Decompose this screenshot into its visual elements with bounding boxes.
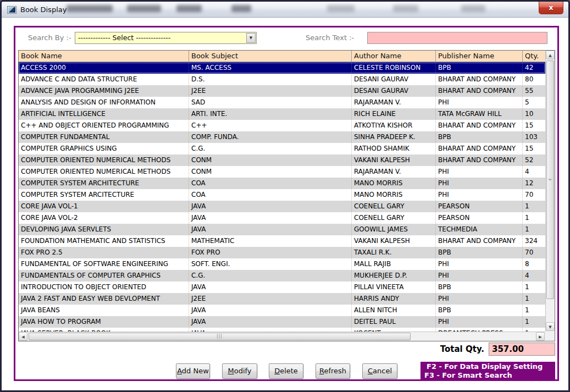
table-cell: RAJARAMAN V. (352, 166, 436, 178)
column-header-book-name[interactable]: Book Name (19, 51, 189, 62)
table-cell: DESANI GAURAV (352, 85, 436, 97)
table-cell: KOCENT (352, 328, 436, 332)
table-cell: JAVA (189, 316, 352, 328)
table-cell: BPB (436, 247, 523, 258)
table-cell: ALLEN NITCH (352, 305, 436, 316)
table-row[interactable]: INTRODUCTION TO OBJECT ORIENTEDJAVAPILLA… (19, 281, 545, 293)
table-cell: J2EE (189, 85, 352, 97)
table-cell: 80 (523, 74, 545, 85)
table-cell: 1 (523, 316, 545, 328)
table-cell: PHI (436, 97, 523, 108)
table-cell: 103 (523, 131, 545, 143)
horizontal-scroll-thumb[interactable]: ||| (29, 333, 411, 340)
grid-header-row: Book Name Book Subject Author Name Publi… (19, 51, 545, 62)
table-row[interactable]: JAVA 2 FAST AND EASY WEB DEVLOPMENTJ2EEH… (19, 293, 545, 305)
table-row[interactable]: ANALYSIS AND DESIGN OF INFORMATIONSADRAJ… (19, 97, 545, 108)
table-row[interactable]: FOUNDATION MATHEMATIC AND STATISTICSMATH… (19, 235, 545, 247)
horizontal-scrollbar[interactable]: ◀ ||| ▶ (19, 332, 545, 341)
table-row[interactable]: FOX PRO 2.5FOX PROTAXALI R.K.BPB70 (19, 247, 545, 258)
table-cell: FOX PRO (189, 247, 352, 258)
table-cell: MANO MORRIS (352, 178, 436, 189)
table-row[interactable]: COMPUTER SYSTEM ARCHITECTURECOAMANO MORR… (19, 178, 545, 189)
table-row[interactable]: FUNDAMENTAL OF SOFTWARE ENGINEERINGSOFT.… (19, 258, 545, 270)
table-cell: BPB (436, 131, 523, 143)
table-cell: PHI (436, 189, 523, 201)
table-cell: RATHOD SHAMIK (352, 143, 436, 154)
table-cell: PEARSON (436, 201, 523, 212)
add-new-button[interactable]: Add New (176, 363, 210, 379)
table-cell: 10 (523, 108, 545, 120)
search-by-select[interactable]: ------------- Select -------------- ▼ (75, 32, 257, 44)
table-row[interactable]: ADVANCE C AND DATA STRUCTURED.S.DESANI G… (19, 74, 545, 85)
table-cell: C++ AND OBJECT ORIENTED PROGRAMMING (19, 120, 189, 131)
table-cell: JAVA 2 FAST AND EASY WEB DEVLOPMENT (19, 293, 189, 305)
table-cell: BPB (436, 305, 523, 316)
table-cell: PHI (436, 270, 523, 281)
table-cell: HARRIS ANDY (352, 293, 436, 305)
close-button[interactable]: x (539, 2, 563, 14)
cancel-button[interactable]: Cancel (362, 363, 397, 379)
table-row[interactable]: COMPUTER GRAPHICS USINGC.G.RATHOD SHAMIK… (19, 143, 545, 154)
table-row[interactable]: JAVA SERVER, BLACK BOOKJAVAKOCENTDREAMTE… (19, 328, 545, 332)
column-header-book-subject[interactable]: Book Subject (189, 51, 352, 62)
table-cell: BHARAT AND COMPANY (436, 120, 523, 131)
table-cell: JAVA (189, 212, 352, 224)
vertical-scrollbar[interactable]: ▲ ≡ ▼ (545, 51, 555, 332)
table-cell: BHARAT AND COMPANY (436, 154, 523, 166)
table-row[interactable]: CORE JAVA VOL-1JAVACOENELL GARYPEARSON1 (19, 201, 545, 212)
table-cell: PHI (436, 293, 523, 305)
table-row[interactable]: FUNDAMENTALS OF COMPUTER GRAPHICSC.G.MUK… (19, 270, 545, 281)
search-text-input[interactable] (367, 32, 547, 44)
table-cell: COENELL GARY (352, 212, 436, 224)
shortcut-line-f3: F3 - For Smart Search (424, 371, 555, 380)
table-cell: 1 (523, 224, 545, 235)
table-cell: COA (189, 189, 352, 201)
table-cell: CONM (189, 154, 352, 166)
scrollbar-corner (545, 332, 555, 341)
chevron-down-icon[interactable]: ▼ (246, 33, 256, 43)
title-bar: Book Display x (2, 2, 568, 18)
table-row[interactable]: CORE JAVA VOL-2JAVACOENELL GARYPEARSON1 (19, 212, 545, 224)
table-cell: 70 (523, 247, 545, 258)
table-row[interactable]: ARTIFICIAL INTELLIGENCEARTI. INTE.RICH E… (19, 108, 545, 120)
table-cell: PILLAI VINEETA (352, 281, 436, 293)
column-header-author-name[interactable]: Author Name (352, 51, 436, 62)
modify-button[interactable]: Modify (222, 363, 257, 379)
table-row[interactable]: COMPUTER FUNDAMENTALCOMP. FUNDA.SINHA PR… (19, 131, 545, 143)
column-header-qty[interactable]: Qty. (523, 51, 545, 62)
scroll-down-icon[interactable]: ▼ (546, 322, 555, 331)
refresh-button[interactable]: Refresh (316, 363, 350, 379)
table-cell: MANO MORRIS (352, 189, 436, 201)
table-row[interactable]: COMPUTER SYSTEM ARCITECTURECOAMANO MORRI… (19, 189, 545, 201)
table-cell: MUKHERJEE D.P. (352, 270, 436, 281)
scroll-left-icon[interactable]: ◀ (19, 332, 27, 341)
table-cell: 15 (523, 143, 545, 154)
vertical-scroll-thumb[interactable]: ≡ (546, 60, 554, 299)
table-cell: SOFT. ENGI. (189, 258, 352, 270)
scroll-up-icon[interactable]: ▲ (546, 51, 555, 59)
table-cell: ARTI. INTE. (189, 108, 352, 120)
background-menu-blur (67, 5, 113, 12)
table-row[interactable]: COMPUTER ORIENTED NUMERICAL METHODSCONMR… (19, 166, 545, 178)
table-cell: JAVA (189, 281, 352, 293)
table-cell: MATHEMATIC (189, 235, 352, 247)
table-row[interactable]: C++ AND OBJECT ORIENTED PROGRAMMINGC++AT… (19, 120, 545, 131)
table-cell: ANALYSIS AND DESIGN OF INFORMATION (19, 97, 189, 108)
table-row[interactable]: ADVANCE JAVA PROGRAMMING J2EEJ2EEDESANI … (19, 85, 545, 97)
delete-button[interactable]: Delete (269, 363, 303, 379)
table-cell: 1 (523, 305, 545, 316)
table-row[interactable]: DEVLOPING JAVA SERVLETSJAVAGOOWILL JAMES… (19, 224, 545, 235)
table-cell: COMPUTER SYSTEM ARCHITECTURE (19, 178, 189, 189)
table-cell: FOUNDATION MATHEMATIC AND STATISTICS (19, 235, 189, 247)
column-header-publisher-name[interactable]: Publisher Name (436, 51, 523, 62)
table-row[interactable]: JAVA BEANSJAVAALLEN NITCHBPB1 (19, 305, 545, 316)
table-cell: DEVLOPING JAVA SERVLETS (19, 224, 189, 235)
table-cell: FUNDAMENTAL OF SOFTWARE ENGINEERING (19, 258, 189, 270)
table-cell: BPB (436, 281, 523, 293)
table-cell: PHI (436, 166, 523, 178)
table-cell: 8 (523, 258, 545, 270)
table-row[interactable]: COMPUTER ORIENTED NUMERICAL METHODSCONMV… (19, 154, 545, 166)
table-row[interactable]: JAVA HOW TO PROGRAMJAVADEITEL PAULPHI1 (19, 316, 545, 328)
table-row[interactable]: ACCESS 2000MS. ACCESSCELESTE ROBINSONBPB… (19, 62, 545, 74)
scroll-right-icon[interactable]: ▶ (536, 332, 545, 341)
